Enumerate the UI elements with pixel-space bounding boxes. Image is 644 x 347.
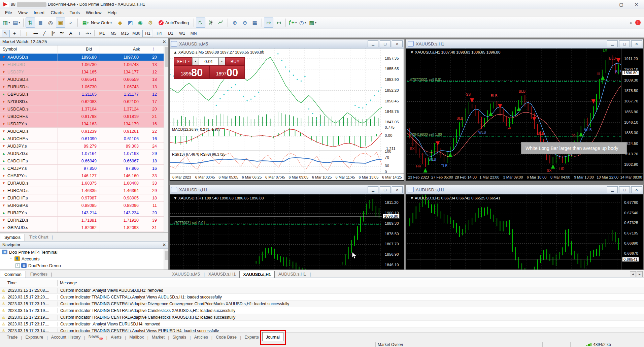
- col-symbol[interactable]: Symbol: [3, 47, 17, 52]
- tab-scroll-right-icon[interactable]: ►: [637, 271, 643, 277]
- chart-tab-1[interactable]: XAUUSD.s,H1: [205, 271, 239, 278]
- menu-file[interactable]: File: [2, 9, 15, 16]
- journal-row[interactable]: ⚠2023.03.15 17:25:08....Custom indicator…: [0, 287, 644, 294]
- chart-restore-button[interactable]: ▢: [380, 186, 391, 193]
- chart-tab-0[interactable]: XAUUSD.s,M5: [168, 271, 204, 278]
- menu-view[interactable]: View: [15, 9, 31, 16]
- market-watch-scrollbar[interactable]: [164, 45, 169, 232]
- chart-window-audusd-h1[interactable]: AUDUSD.s,H1 ▁ ▢ ✕ ▼ AUDUSD.s,H1 0.66734 …: [406, 185, 644, 270]
- autotrading-button[interactable]: AutoTrading: [156, 18, 192, 28]
- navigator-item-doo-prime-mt4-terminal[interactable]: ▦Doo Prime MT4 Terminal: [0, 249, 164, 255]
- col-ask[interactable]: Ask: [133, 47, 140, 52]
- timeframe-m5[interactable]: M5: [108, 30, 119, 37]
- tab-tick-chart[interactable]: Tick Chart|: [25, 233, 57, 241]
- timeframe-mn[interactable]: MN: [188, 30, 199, 37]
- market-watch-row-gbpaud.s[interactable]: ▼GBPAUD.s1.820621.8209331: [0, 224, 164, 231]
- terminal-tab-trade[interactable]: Trade: [3, 334, 21, 341]
- col-bid[interactable]: Bid: [86, 47, 92, 52]
- terminal-tab-experts[interactable]: Experts: [241, 334, 262, 341]
- market-watch-row-usdjpy.s[interactable]: ▼USDJPY.s134.163134.17916: [0, 120, 164, 128]
- menu-window[interactable]: Window: [83, 9, 104, 16]
- indicators-button[interactable]: ƒ+▾: [288, 18, 297, 28]
- trade-line-label[interactable]: #70770021 sell 0.01: [410, 77, 442, 82]
- market-watch-row-chfjpy.s[interactable]: ▼CHFJPY.s146.127146.16033: [0, 172, 164, 180]
- market-watch-row-xauusd.s[interactable]: ▼XAUUSD.s1896.801897.0020: [0, 54, 164, 61]
- text-tool[interactable]: A: [67, 30, 75, 37]
- col-message[interactable]: Message: [60, 281, 77, 285]
- close-button[interactable]: ✕: [629, 0, 644, 9]
- h1-price-pane[interactable]: SXHRWLBTLBBLBSSWLBBLBSXBLBBLBSXHRSSWLBHI…: [407, 49, 621, 174]
- menu-tools[interactable]: Tools: [67, 9, 83, 16]
- chart-window-xauusd-m5[interactable]: XAUUSD.s,M5 ▁ ▢ ✕ ▲ XAUUSD.s,M5 1896.88 …: [169, 39, 404, 181]
- metaeditor-icon[interactable]: ◩: [126, 18, 135, 28]
- col-spread[interactable]: !: [153, 47, 154, 52]
- market-watch-row-usdchf.s[interactable]: ▼USDCHF.s0.917980.9181921: [0, 113, 164, 120]
- menu-help[interactable]: Help: [104, 9, 120, 16]
- trendline-tool[interactable]: ╱: [40, 30, 48, 37]
- chart-tab-3[interactable]: AUDUSD.s,H1: [275, 271, 310, 278]
- market-watch-row-audcad.s[interactable]: ▼AUDCAD.s0.912390.9126122: [0, 128, 164, 135]
- chart-close-button[interactable]: ✕: [392, 40, 403, 47]
- market-watch-row-audjpy.s[interactable]: ▼AUDJPY.s89.27989.30324: [0, 143, 164, 150]
- templates-button[interactable]: ▩▾: [308, 18, 317, 28]
- tab-scroll-left-icon[interactable]: ◄: [630, 271, 636, 277]
- market-watch-row-eurcad.s[interactable]: ▼EURCAD.s1.463351.4636429: [0, 187, 164, 194]
- terminal-tab-code-base[interactable]: Code Base: [212, 334, 240, 341]
- chart-close-button[interactable]: ✕: [631, 40, 642, 47]
- chart-window-xauusd-h1-bottom[interactable]: XAUUSD.s,H1 ▁ ▢ ✕ ▼ XAUUSD.s,H1 1887.48 …: [169, 185, 404, 270]
- chart-window-titlebar[interactable]: XAUUSD.s,H1 ▁ ▢ ✕: [406, 39, 643, 49]
- collapse-icon[interactable]: -: [9, 257, 13, 261]
- terminal-tab-alerts[interactable]: Alerts: [107, 334, 125, 341]
- chart-window-titlebar[interactable]: XAUUSD.s,M5 ▁ ▢ ✕: [170, 39, 404, 49]
- volume-increase-button[interactable]: ▲: [218, 57, 225, 65]
- terminal-tab-mailbox[interactable]: Mailbox: [126, 334, 147, 341]
- vertical-line-tool[interactable]: |: [23, 30, 31, 37]
- chart-restore-button[interactable]: ▢: [619, 40, 630, 47]
- chart-window-xauusd-h1-top[interactable]: XAUUSD.s,H1 ▁ ▢ ✕ ▼ XAUUSD.s,H1 1887.48 …: [406, 39, 644, 181]
- auto-scroll-button[interactable]: ↦: [264, 18, 273, 28]
- navigator-toggle[interactable]: ◎: [46, 18, 55, 28]
- line-chart-mode-button[interactable]: [216, 18, 226, 28]
- market-watch-row-nzdusd.s[interactable]: ▼NZDUSD.s0.620830.6210017: [0, 98, 164, 105]
- market-watch-row-eurchf.s[interactable]: ▼EURCHF.s0.979870.9800518: [0, 194, 164, 202]
- profiles-button[interactable]: ▤▾: [12, 18, 21, 28]
- market-watch-row-eurnzd.s[interactable]: ▼EURNZD.s1.718811.7192039: [0, 217, 164, 224]
- chart-minimize-button[interactable]: ▁: [368, 186, 378, 193]
- market-watch-row-audchf.s[interactable]: ▲AUDCHF.s0.610900.6110616: [0, 135, 164, 143]
- terminal-toggle[interactable]: ▣: [56, 18, 65, 28]
- market-watch-row-cadjpy.s[interactable]: ▲CADJPY.s97.85097.86616: [0, 165, 164, 172]
- sell-price-display[interactable]: 189680: [174, 65, 209, 79]
- market-watch-row-eurusd[interactable]: ▼EURUSD1.067301.0674313: [0, 61, 164, 68]
- expert-advisors-icon[interactable]: ◆: [115, 18, 125, 28]
- market-watch-row-audnzd.s[interactable]: ▲AUDNZD.s1.071641.0719329: [0, 150, 164, 157]
- volume-decrease-button[interactable]: ▼: [192, 57, 199, 65]
- terminal-tab-market[interactable]: Market: [148, 334, 168, 341]
- tab-favorites[interactable]: Favorites|: [26, 271, 57, 278]
- new-order-button[interactable]: ▤+ New Order: [79, 18, 115, 28]
- horizontal-line-tool[interactable]: —: [32, 30, 40, 37]
- tab-common[interactable]: Common: [0, 271, 26, 278]
- bar-chart-mode-button[interactable]: [196, 18, 205, 28]
- tab-symbols[interactable]: Symbols: [0, 234, 25, 241]
- timeframe-h1[interactable]: H1: [142, 30, 153, 37]
- fibonacci-tool[interactable]: ≡F: [58, 30, 66, 37]
- menu-charts[interactable]: Charts: [47, 9, 66, 16]
- market-watch-row-usdcad.s[interactable]: ▼USDCAD.s1.371041.3712420: [0, 105, 164, 113]
- chart-window-titlebar[interactable]: AUDUSD.s,H1 ▁ ▢ ✕: [406, 185, 643, 194]
- buy-price-display[interactable]: 189700: [209, 65, 245, 79]
- channel-tool[interactable]: ∥E: [49, 30, 57, 37]
- expand-icon[interactable]: +: [15, 263, 20, 268]
- community-icon[interactable]: ⚙: [146, 18, 155, 28]
- buy-button[interactable]: BUY: [225, 57, 245, 65]
- market-watch-row-gbpusd.s[interactable]: ▲GBPUSD.s1.211651.2117712: [0, 91, 164, 98]
- data-window-toggle[interactable]: ≣: [36, 18, 45, 28]
- minimize-button[interactable]: –: [599, 0, 614, 9]
- navigator-item-accounts[interactable]: -👤Accounts: [0, 255, 164, 262]
- terminal-tab-news[interactable]: News99: [85, 333, 106, 342]
- signals-icon[interactable]: ◉: [136, 18, 145, 28]
- zoom-out-button[interactable]: ⊖: [240, 18, 249, 28]
- timeframe-h4[interactable]: H4: [154, 30, 165, 37]
- trade-line-label[interactable]: #70770021 sell 0.01: [173, 221, 205, 225]
- timeframe-d1[interactable]: D1: [165, 30, 176, 37]
- sell-button[interactable]: SELL▾: [174, 57, 192, 65]
